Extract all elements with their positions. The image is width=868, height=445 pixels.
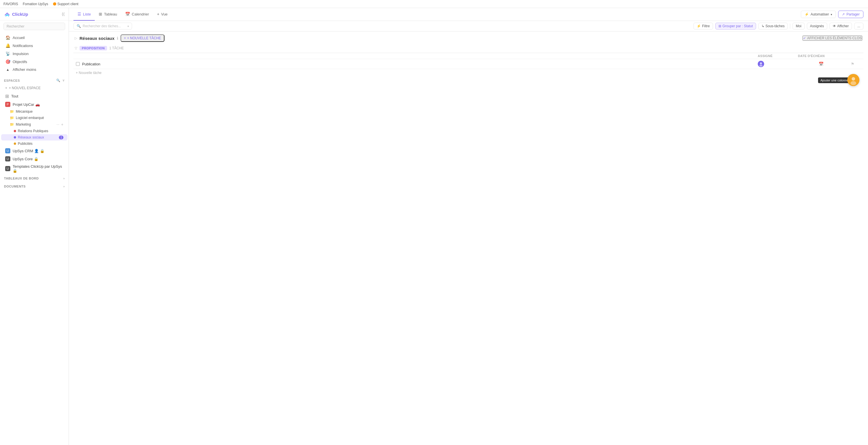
folder-mecanique-icon: 📁 (10, 109, 14, 113)
task-section: ▽ PROPOSITION 1 TÂCHE ASSIGNÉ DATE D'ÉCH… (73, 43, 863, 76)
automate-icon: ⚡ (805, 12, 809, 16)
tab-vue[interactable]: + Vue (153, 8, 172, 21)
topbar-support[interactable]: Support client (53, 2, 79, 6)
space-item-upsys-crm[interactable]: U UpSys CRM 👤 🔒 (1, 147, 67, 155)
new-space-label: + NOUVEL ESPACE (9, 86, 40, 90)
list-item-relations-publiques[interactable]: Relations Publiques (1, 128, 67, 134)
tab-calendrier[interactable]: 📅 Calendrier (121, 8, 153, 21)
sidebar-collapse-btn[interactable]: ⟨⟨ (62, 12, 65, 16)
svg-point-2 (760, 65, 763, 67)
tableaux-section[interactable]: TABLEAUX DE BORD › (0, 174, 69, 182)
dot-publicites (14, 142, 16, 145)
task-section-header: ▽ PROPOSITION 1 TÂCHE (73, 43, 863, 53)
col-task (76, 54, 758, 58)
pulse-icon: 📡 (5, 51, 10, 56)
tab-liste-label: Liste (83, 12, 91, 16)
list-icon: ☰ (78, 12, 81, 16)
sidebar-item-impulsion[interactable]: 📡 Impulsion (1, 49, 67, 58)
topbar-favoris[interactable]: FAVORIS (3, 2, 18, 6)
folder-logiciel-embarque[interactable]: 📁 Logiciel embarqué (1, 115, 67, 121)
new-space-button[interactable]: + + NOUVEL ESPACE (1, 84, 67, 92)
folder-marketing-add-icon[interactable]: + (61, 122, 63, 127)
page-title-info-icon[interactable]: ℹ (117, 36, 118, 40)
list-item-publicites[interactable]: Publicités (1, 140, 67, 147)
documents-label: DOCUMENTS (4, 185, 26, 188)
home-icon: 🏠 (5, 35, 10, 40)
share-button[interactable]: ↗ Partager (838, 11, 863, 18)
toolbar-search-input[interactable] (83, 24, 126, 28)
list-item-relations-publiques-label: Relations Publiques (18, 129, 48, 133)
space-item-templates[interactable]: U Templates ClickUp par UpSys 🔒 (1, 163, 67, 174)
task-checkbox[interactable] (76, 62, 80, 66)
task-date: 📅 (798, 62, 844, 66)
search-dropdown-icon[interactable]: ▾ (127, 25, 129, 28)
target-icon: 🎯 (5, 59, 10, 64)
toolbar: 🔍 ▾ ⚡ Filtre ⊞ Grouper par : Statut ↳ So… (69, 21, 868, 32)
sidebar-item-accueil-label: Accueil (12, 36, 25, 40)
espaces-label: ESPACES (4, 79, 20, 82)
header-action-buttons: ⚡ Automatiser ▾ ↗ Partager (801, 11, 868, 18)
flag-icon[interactable]: ⚑ (851, 62, 855, 66)
space-item-tout[interactable]: ⊞ Tout (1, 92, 67, 100)
topbar-formation[interactable]: Fomation UpSys (23, 2, 48, 6)
view-tabs: ☰ Liste ⊞ Tableau 📅 Calendrier + Vue (69, 8, 801, 21)
templates-icon: U (5, 166, 10, 171)
expand-spaces-icon[interactable]: ∨ (62, 78, 65, 82)
list-item-reseaux-sociaux[interactable]: Réseaux sociaux 1 (1, 134, 67, 140)
sidebar-nav: 🏠 Accueil 🔔 Notifications 📡 Impulsion 🎯 … (0, 32, 69, 74)
folder-logiciel-label: Logiciel embarqué (16, 116, 44, 120)
show-closed-button[interactable]: ✓ AFFICHER LES ÉLÉMENTS CLOS (803, 36, 862, 41)
sidebar-item-notifications[interactable]: 🔔 Notifications (1, 42, 67, 49)
show-closed-label: AFFICHER LES ÉLÉMENTS CLOS (807, 36, 862, 40)
space-item-projet-upcar[interactable]: P Projet UpCar 🚗 (1, 100, 67, 108)
space-item-upsys-core[interactable]: U UpSys Core 🔒 (1, 155, 67, 163)
documents-chevron-icon: › (63, 185, 65, 188)
expand-section-icon[interactable]: ▷ (74, 36, 77, 40)
section-collapse-icon[interactable]: ▽ (74, 46, 77, 50)
add-column-tooltip: Ajouter une colonne (818, 77, 851, 83)
sidebar-item-impulsion-label: Impulsion (12, 52, 29, 56)
more-options-button[interactable]: ... (854, 23, 863, 30)
floating-avatar-image (847, 74, 859, 86)
floating-avatar-button[interactable] (847, 74, 859, 86)
upsys-crm-icon: U (5, 148, 10, 153)
reseaux-sociaux-count: 1 (59, 136, 63, 139)
new-task-row[interactable]: + Nouvelle tâche (73, 69, 863, 76)
share-label: Partager (846, 12, 860, 16)
folder-mecanique[interactable]: 📁 Mécanique (1, 108, 67, 115)
checkmark-icon: ✓ (803, 36, 806, 40)
clickup-logo-icon (4, 11, 10, 17)
documents-section[interactable]: DOCUMENTS › (0, 182, 69, 191)
tableaux-chevron-icon: › (63, 177, 65, 180)
grouper-button[interactable]: ⊞ Grouper par : Statut (715, 23, 756, 30)
svg-point-4 (851, 77, 855, 80)
tab-tableau[interactable]: ⊞ Tableau (95, 8, 121, 21)
sous-taches-button[interactable]: ↳ Sous-tâches (758, 23, 788, 30)
sidebar-item-objectifs[interactable]: 🎯 Objectifs (1, 58, 67, 66)
projet-upcar-icon: P (5, 102, 10, 107)
assignes-button[interactable]: Assignés (807, 23, 827, 30)
tab-liste[interactable]: ☰ Liste (73, 8, 95, 21)
calendar-date-icon[interactable]: 📅 (818, 62, 824, 66)
moi-button[interactable]: Moi (793, 23, 804, 30)
folder-marketing[interactable]: 📁 Marketing ··· + (1, 121, 67, 128)
new-task-button[interactable]: + + NOUVELLE TÂCHE (121, 34, 164, 42)
folder-marketing-more-icon[interactable]: ··· (57, 123, 59, 127)
filtre-button[interactable]: ⚡ Filtre (693, 23, 713, 30)
tab-vue-label: Vue (161, 12, 167, 16)
search-spaces-icon[interactable]: 🔍 (56, 78, 61, 82)
task-name[interactable]: Publication (82, 62, 100, 66)
page-header-left: ▷ Réseaux sociaux ℹ + + NOUVELLE TÂCHE (74, 34, 164, 42)
sidebar-item-accueil[interactable]: 🏠 Accueil (1, 34, 67, 42)
space-item-upsys-crm-label: UpSys CRM 👤 🔒 (12, 149, 44, 153)
automate-button[interactable]: ⚡ Automatiser ▾ (801, 11, 836, 18)
search-input[interactable] (3, 23, 65, 30)
plus-icon: + (5, 86, 7, 90)
afficher-button[interactable]: 👁 Afficher (830, 23, 852, 30)
sidebar-search-container: ⌘K (0, 20, 69, 32)
sidebar-logo[interactable]: ClickUp (4, 11, 28, 17)
col-due-date: DATE D'ÉCHÉAN (798, 54, 844, 58)
sidebar-item-afficher-moins[interactable]: ▲ Afficher moins (1, 66, 67, 73)
search-icon: 🔍 (76, 24, 81, 28)
sidebar-item-afficher-moins-label: Afficher moins (12, 67, 36, 72)
